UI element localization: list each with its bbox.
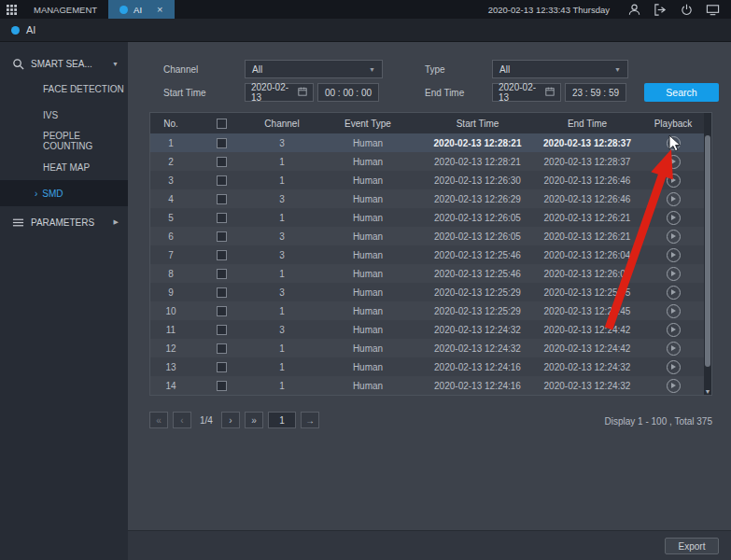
- tab-ai[interactable]: AI ×: [108, 0, 174, 19]
- select-all-checkbox[interactable]: [217, 119, 227, 129]
- row-start-time: 2020-02-13 12:28:21: [423, 152, 532, 171]
- display-icon[interactable]: [706, 3, 720, 17]
- row-channel: 1: [251, 357, 313, 376]
- sidebar-item-smd[interactable]: › SMD: [0, 180, 128, 206]
- row-checkbox[interactable]: [217, 157, 227, 167]
- col-no: No.: [150, 113, 191, 133]
- table-row[interactable]: 63Human2020-02-13 12:26:052020-02-13 12:…: [150, 227, 711, 245]
- row-start-time: 2020-02-13 12:26:29: [423, 189, 532, 208]
- playback-button[interactable]: [667, 323, 681, 337]
- sidebar-item-ivs[interactable]: IVS: [0, 102, 128, 128]
- table-row[interactable]: 121Human2020-02-13 12:24:322020-02-13 12…: [150, 339, 711, 357]
- sidebar-item-label: HEAT MAP: [43, 162, 90, 173]
- sidebar-item-heat-map[interactable]: HEAT MAP: [0, 154, 128, 180]
- row-checkbox[interactable]: [217, 175, 227, 186]
- row-checkbox[interactable]: [217, 343, 227, 354]
- sidebar: SMART SEA... ▼ FACE DETECTION IVS PEOPLE…: [0, 42, 128, 560]
- playback-button[interactable]: [667, 174, 681, 188]
- playback-button[interactable]: [667, 192, 681, 206]
- prev-page-button[interactable]: ‹: [173, 412, 191, 428]
- next-page-button[interactable]: ›: [221, 412, 240, 428]
- row-event-type: Human: [313, 171, 423, 189]
- table-row[interactable]: 81Human2020-02-13 12:25:462020-02-13 12:…: [150, 264, 711, 283]
- calendar-icon[interactable]: [298, 87, 307, 98]
- calendar-icon[interactable]: [545, 87, 555, 98]
- playback-button[interactable]: [667, 248, 681, 262]
- row-checkbox[interactable]: [217, 287, 227, 298]
- channel-dropdown-value: All: [252, 64, 262, 75]
- row-event-type: Human: [313, 283, 423, 301]
- row-checkbox[interactable]: [217, 269, 227, 279]
- playback-button[interactable]: [667, 360, 681, 374]
- row-checkbox[interactable]: [217, 306, 227, 316]
- playback-button[interactable]: [667, 230, 681, 244]
- sidebar-item-parameters[interactable]: PARAMETERS ▶: [0, 210, 128, 234]
- play-icon: [671, 345, 676, 351]
- row-checkbox[interactable]: [217, 325, 227, 335]
- scroll-down-icon[interactable]: ▼: [704, 388, 711, 395]
- table-row[interactable]: 101Human2020-02-13 12:25:292020-02-13 12…: [150, 301, 711, 320]
- row-checkbox[interactable]: [217, 138, 227, 148]
- row-event-type: Human: [313, 189, 423, 208]
- export-button[interactable]: Export: [665, 538, 719, 554]
- row-checkbox[interactable]: [217, 250, 227, 260]
- table-row[interactable]: 73Human2020-02-13 12:25:462020-02-13 12:…: [150, 245, 711, 264]
- playback-button[interactable]: [667, 286, 681, 300]
- row-checkbox[interactable]: [217, 194, 227, 204]
- sidebar-item-face-detection[interactable]: FACE DETECTION: [0, 76, 128, 102]
- row-checkbox[interactable]: [217, 381, 227, 391]
- row-playback-cell: [642, 320, 704, 339]
- table-scrollbar[interactable]: ▼: [704, 113, 711, 395]
- col-channel: Channel: [251, 113, 313, 133]
- user-icon[interactable]: [627, 3, 641, 17]
- playback-button[interactable]: [667, 379, 681, 393]
- sidebar-item-smart-search[interactable]: SMART SEA... ▼: [0, 51, 128, 76]
- power-icon[interactable]: [680, 3, 694, 17]
- sidebar-item-label: PEOPLE COUNTING: [43, 131, 128, 151]
- table-row[interactable]: 43Human2020-02-13 12:26:292020-02-13 12:…: [150, 189, 711, 208]
- go-to-page-button[interactable]: →: [301, 412, 319, 428]
- row-checkbox[interactable]: [217, 213, 227, 223]
- channel-dropdown[interactable]: All ▼: [245, 60, 383, 78]
- start-date-input[interactable]: 2020-02-13: [245, 83, 314, 102]
- start-time-input[interactable]: 00 : 00 : 00: [317, 83, 379, 102]
- playback-button[interactable]: [667, 211, 681, 225]
- search-button[interactable]: Search: [644, 83, 719, 102]
- playback-button[interactable]: [667, 304, 681, 318]
- sidebar-item-people-counting[interactable]: PEOPLE COUNTING: [0, 128, 128, 154]
- row-start-time: 2020-02-13 12:25:29: [423, 301, 532, 320]
- table-row[interactable]: 13Human2020-02-13 12:28:212020-02-13 12:…: [150, 133, 711, 152]
- table-row[interactable]: 131Human2020-02-13 12:24:162020-02-13 12…: [150, 357, 711, 376]
- table-row[interactable]: 141Human2020-02-13 12:24:162020-02-13 12…: [150, 376, 711, 395]
- end-date-input[interactable]: 2020-02-13: [492, 83, 561, 102]
- first-page-button[interactable]: «: [149, 412, 168, 428]
- table-row[interactable]: 93Human2020-02-13 12:25:292020-02-13 12:…: [150, 283, 711, 301]
- row-checkbox-cell: [191, 152, 251, 171]
- row-channel: 1: [251, 171, 313, 189]
- page-input[interactable]: [268, 412, 296, 428]
- tab-management[interactable]: MANAGEMENT: [22, 0, 108, 19]
- tab-close-icon[interactable]: ×: [157, 5, 162, 15]
- playback-button[interactable]: [667, 267, 681, 281]
- row-event-type: Human: [313, 227, 423, 245]
- table-row[interactable]: 51Human2020-02-13 12:26:052020-02-13 12:…: [150, 208, 711, 227]
- last-page-button[interactable]: »: [245, 412, 263, 428]
- type-dropdown[interactable]: All ▼: [492, 60, 628, 78]
- end-time-input[interactable]: 23 : 59 : 59: [565, 83, 626, 102]
- playback-button[interactable]: [667, 342, 681, 356]
- row-no: 4: [150, 189, 191, 208]
- app-grid-icon[interactable]: [0, 5, 22, 15]
- row-checkbox[interactable]: [217, 362, 227, 372]
- start-time-value: 00 : 00 : 00: [325, 88, 372, 98]
- playback-button[interactable]: [667, 136, 681, 150]
- scrollbar-thumb[interactable]: [705, 135, 710, 367]
- table-row[interactable]: 113Human2020-02-13 12:24:322020-02-13 12…: [150, 320, 711, 339]
- logout-icon[interactable]: [654, 3, 668, 17]
- end-date-value: 2020-02-13: [499, 82, 545, 103]
- row-no: 8: [150, 264, 191, 283]
- table-row[interactable]: 21Human2020-02-13 12:28:212020-02-13 12:…: [150, 152, 711, 171]
- row-checkbox[interactable]: [217, 231, 227, 242]
- playback-button[interactable]: [667, 155, 681, 169]
- start-date-value: 2020-02-13: [251, 82, 298, 103]
- table-row[interactable]: 31Human2020-02-13 12:26:302020-02-13 12:…: [150, 171, 711, 189]
